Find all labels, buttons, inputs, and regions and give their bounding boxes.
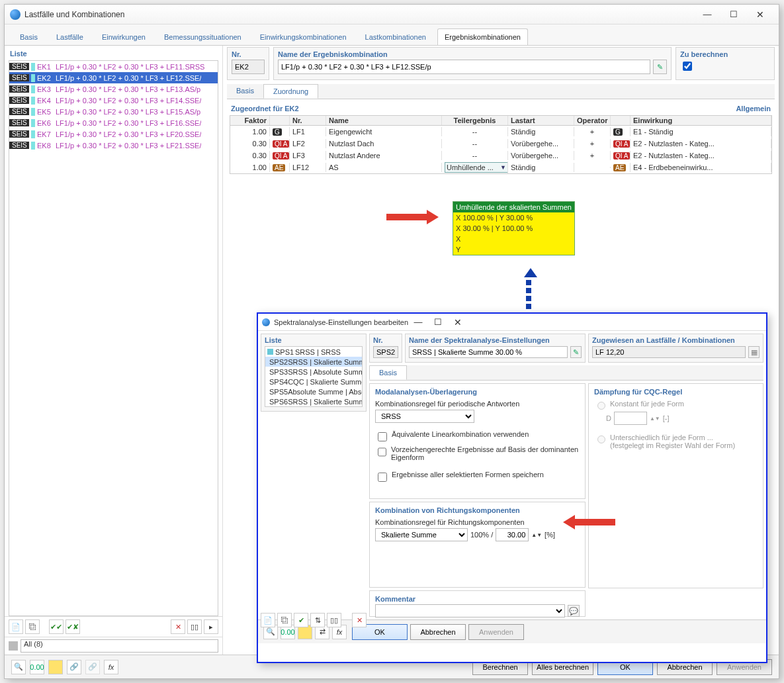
col-faktor: Faktor xyxy=(230,116,270,125)
sps-subtab-basis[interactable]: Basis xyxy=(369,365,407,380)
damping-group: Dämpfung für CQC-Regel Konstant für jede… xyxy=(588,383,763,588)
sps-list-item[interactable]: SPS5Absolute Summe | Absolute xyxy=(265,387,362,396)
sps-name-input[interactable] xyxy=(409,346,568,358)
dir-rule-select[interactable]: Skalierte Summe xyxy=(375,528,468,541)
dropdown-option[interactable]: X 100.00 % | Y 30.00 % xyxy=(453,212,574,223)
ek-list-item[interactable]: SEISEK4LF1/p + 0.30 * LF2 + 0.30 * LF3 +… xyxy=(9,95,218,106)
sps-edit-button[interactable]: ✎ xyxy=(570,346,582,358)
ek-list-item[interactable]: SEISEK7LF1/p + 0.30 * LF2 + 0.30 * LF3 +… xyxy=(9,128,218,140)
fx-icon[interactable]: fx xyxy=(104,660,118,674)
damp-radio-diff: Unterschiedlich für jede Form ...(festge… xyxy=(594,433,758,449)
sps-delete[interactable]: ✕ xyxy=(352,613,367,627)
calc-label: Zu berechnen xyxy=(680,50,770,60)
copy-item-button[interactable]: ⿻ xyxy=(25,619,40,634)
sps-list-item[interactable]: SPS2SRSS | Skalierte Summe 30.0 xyxy=(265,357,362,367)
tab-ergebniskombis[interactable]: Ergebniskombinationen xyxy=(437,28,528,45)
modal-group: Modalanalysen-Überlagerung Kombinationsr… xyxy=(369,383,586,499)
uncheck-sel-button[interactable]: ✔✘ xyxy=(65,619,80,634)
list-top-tools: 📄 ⿻ ✔✔ ✔✘ ✕ ▯▯ ▸ xyxy=(5,616,222,637)
dir-rule-label: Kombinationsregel für Richtungskomponent… xyxy=(375,518,580,526)
ek-list-item[interactable]: SEISEK8LF1/p + 0.30 * LF2 + 0.30 * LF3 +… xyxy=(9,140,218,151)
sps-assigned-input[interactable] xyxy=(592,346,746,358)
grid-row[interactable]: 1.00 G LF1 Eigengewicht -- Ständig + G E… xyxy=(230,126,771,138)
units-icon[interactable]: 0.00 xyxy=(30,660,44,674)
sps-assigned-browse[interactable]: ▦ xyxy=(748,346,760,358)
sps-sort[interactable]: ⇅ xyxy=(310,613,325,627)
color-icon[interactable] xyxy=(48,660,63,674)
teilergebnis-cell-dropdown[interactable]: Umhüllende ...▼ xyxy=(445,162,508,173)
minimize-button[interactable]: — xyxy=(694,9,720,19)
tab-bemessung[interactable]: Bemessungssituationen xyxy=(157,28,249,45)
sps-list-item[interactable]: SPS4CQC | Skalierte Summe 30.0 xyxy=(265,377,362,387)
subtab-basis[interactable]: Basis xyxy=(227,84,263,99)
ek-list-item[interactable]: SEISEK3LF1/p + 0.30 * LF2 + 0.30 * LF3 +… xyxy=(9,83,218,95)
sub-anw[interactable]: Anwenden xyxy=(468,624,524,640)
grid-row[interactable]: 0.30 QI A LF3 Nutzlast Andere -- Vorüber… xyxy=(230,150,771,161)
maximize-button[interactable]: ☐ xyxy=(720,9,747,19)
annotation-arrow-2 xyxy=(556,515,615,529)
damp-D-input xyxy=(614,412,647,425)
kommentar-button[interactable]: 💬 xyxy=(568,605,580,617)
tab-lastkombis[interactable]: Lastkombinationen xyxy=(358,28,433,45)
ek-list-item[interactable]: SEISEK2LF1/p + 0.30 * LF2 + 0.30 * LF3 +… xyxy=(9,72,218,83)
sps-list-item[interactable]: SPS1SRSS | SRSS xyxy=(265,347,362,357)
chk-sign[interactable]: Vorzeichengerechte Ergebnisse auf Basis … xyxy=(375,445,580,461)
sps-list-item[interactable]: SPS6SRSS | Skalierte Summe 100. xyxy=(265,396,362,406)
grid-row[interactable]: 1.00 AE LF12 AS Umhüllende ...▼ Ständig … xyxy=(230,161,771,173)
sps-new[interactable]: 📄 xyxy=(261,613,275,627)
dropdown-option[interactable]: X xyxy=(453,234,574,244)
dir-title: Kombination von Richtungskomponenten xyxy=(375,506,580,514)
sps-name-box: Name der Spektralanalyse-Einstellungen ✎ xyxy=(405,334,586,363)
subtab-zuordnung[interactable]: Zuordnung xyxy=(263,84,318,99)
filter-select[interactable]: All (8) xyxy=(21,639,218,653)
new-item-button[interactable]: 📄 xyxy=(9,619,23,634)
dropdown-option[interactable]: Umhüllende der skalierten Summen xyxy=(453,202,574,212)
tab-lastfaelle[interactable]: Lastfälle xyxy=(49,28,91,45)
unlink-icon[interactable]: 🔗 xyxy=(85,660,100,674)
sps-nr-input[interactable] xyxy=(373,346,398,358)
tab-einwirkungskombis[interactable]: Einwirkungskombinationen xyxy=(253,28,354,45)
col-teil: Teilergebnis xyxy=(442,116,508,125)
chk-saveforms[interactable]: Ergebnisse aller selektierten Formen spe… xyxy=(375,471,580,484)
ek-list-item[interactable]: SEISEK6LF1/p + 0.30 * LF2 + 0.30 * LF3 +… xyxy=(9,117,218,128)
sub-abbr[interactable]: Abbrechen xyxy=(410,624,466,640)
ek-list-item[interactable]: SEISEK1LF1/p + 0.30 * LF2 + 0.30 * LF3 +… xyxy=(9,61,218,72)
calc-checkbox[interactable] xyxy=(683,62,692,71)
tab-einwirkungen[interactable]: Einwirkungen xyxy=(95,28,153,45)
sps-layout[interactable]: ▯▯ xyxy=(327,613,341,627)
grid-row[interactable]: 0.30 QI A LF2 Nutzlast Dach -- Vorüberge… xyxy=(230,138,771,150)
sub-maximize[interactable]: ☐ xyxy=(428,317,448,327)
dir-30-input[interactable] xyxy=(496,528,529,541)
modal-rule-select[interactable]: SRSS xyxy=(375,410,474,423)
nr-input[interactable] xyxy=(232,60,265,74)
sps-copy[interactable]: ⿻ xyxy=(277,613,292,627)
ek-list[interactable]: SEISEK1LF1/p + 0.30 * LF2 + 0.30 * LF3 +… xyxy=(9,60,218,616)
expand-button[interactable]: ▸ xyxy=(204,619,218,634)
sub-minimize[interactable]: — xyxy=(408,317,428,327)
sps-assigned-box: Zugewiesen an Lastfälle / Kombinationen … xyxy=(588,334,763,363)
zoom-icon[interactable]: 🔍 xyxy=(11,660,26,674)
damp-radio-const: Konstant für jede Form xyxy=(594,400,758,410)
delete-item-button[interactable]: ✕ xyxy=(171,619,185,634)
dropdown-option[interactable]: Y xyxy=(453,244,574,255)
assign-link[interactable]: Allgemein xyxy=(736,105,771,113)
sub-close[interactable]: ✕ xyxy=(448,317,468,328)
chk-linear[interactable]: Äquivalente Linearkombination verwenden xyxy=(375,430,580,443)
sps-nr-box: Nr. xyxy=(369,334,402,363)
dropdown-option[interactable]: X 30.00 % | Y 100.00 % xyxy=(453,223,574,234)
assignment-grid: Faktor Nr. Name Teilergebnis Lastart Ope… xyxy=(230,115,772,174)
name-input[interactable] xyxy=(278,60,650,74)
close-button[interactable]: ✕ xyxy=(747,9,773,20)
ek-list-item[interactable]: SEISEK5LF1/p + 0.30 * LF2 + 0.30 * LF3 +… xyxy=(9,106,218,117)
sps-check[interactable]: ✔ xyxy=(294,613,308,627)
teilergebnis-dropdown[interactable]: Umhüllende der skalierten SummenX 100.00… xyxy=(453,201,575,255)
edit-name-button[interactable]: ✎ xyxy=(653,60,667,74)
check-sel-button[interactable]: ✔✔ xyxy=(49,619,64,634)
dir-100-label: 100% / xyxy=(470,531,493,539)
link-icon[interactable]: 🔗 xyxy=(67,660,81,674)
tab-basis[interactable]: Basis xyxy=(13,28,45,45)
sps-list[interactable]: SPS1SRSS | SRSSSPS2SRSS | Skalierte Summ… xyxy=(265,346,363,407)
layout-button[interactable]: ▯▯ xyxy=(187,619,202,634)
kommentar-select[interactable] xyxy=(375,604,565,617)
sps-list-item[interactable]: SPS3SRSS | Absolute Summe xyxy=(265,367,362,377)
